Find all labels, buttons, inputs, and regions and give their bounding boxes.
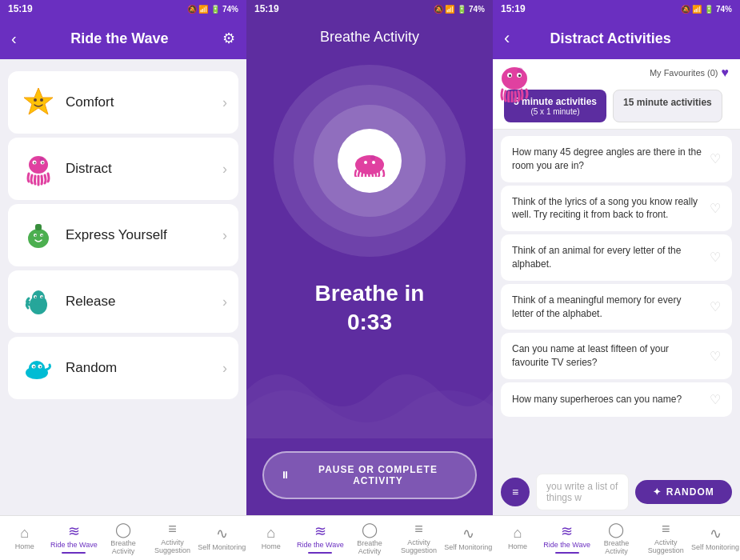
random-button[interactable]: ✦ RANDOM bbox=[635, 480, 733, 504]
self-icon-1: ∿ bbox=[216, 525, 228, 542]
activity-icon-2: ≡ bbox=[414, 521, 423, 538]
ride-label-3: Ride the Wave bbox=[543, 542, 590, 550]
activity-label-2: Activity Suggestion bbox=[394, 539, 444, 555]
self-icon-2: ∿ bbox=[462, 525, 474, 542]
activity-item-4[interactable]: Can you name at least fifteen of your fa… bbox=[501, 333, 732, 379]
breathe-icon-1: ◯ bbox=[115, 521, 131, 538]
favourites-heart-icon[interactable]: ♥ bbox=[722, 66, 730, 80]
svg-point-30 bbox=[372, 161, 375, 164]
panel1-header: ‹ Ride the Wave ⚙ bbox=[0, 18, 246, 59]
settings-icon[interactable]: ⚙ bbox=[222, 30, 235, 47]
nav-breathe-2[interactable]: ◯ Breathe Activity bbox=[345, 516, 394, 560]
nav-home-3[interactable]: ⌂ Home bbox=[493, 516, 542, 560]
nav-self-3[interactable]: ∿ Self Monitoring bbox=[690, 516, 740, 560]
nav-activity-1[interactable]: ≡ Activity Suggestion bbox=[148, 516, 198, 560]
nav-self-1[interactable]: ∿ Self Monitoring bbox=[197, 516, 246, 560]
nav-home-2[interactable]: ⌂ Home bbox=[246, 516, 296, 560]
home-label-3: Home bbox=[508, 543, 527, 551]
menu-item-release[interactable]: Release › bbox=[8, 270, 238, 333]
activity-heart-2[interactable]: ♡ bbox=[710, 250, 721, 265]
svg-point-27 bbox=[40, 366, 42, 368]
breathe-label-1: Breathe Activity bbox=[98, 540, 148, 556]
release-emoji bbox=[19, 282, 58, 321]
home-icon-2: ⌂ bbox=[266, 525, 275, 542]
activity-item-2[interactable]: Think of an animal for every letter of t… bbox=[501, 234, 732, 281]
breathe-nav-label-2: Breathe Activity bbox=[345, 540, 394, 556]
distract-octopus-icon bbox=[494, 62, 534, 102]
nav-underline-2 bbox=[308, 552, 332, 554]
svg-point-29 bbox=[364, 161, 367, 164]
nav-self-2[interactable]: ∿ Self Monitoring bbox=[443, 516, 493, 560]
menu-item-distract[interactable]: Distract › bbox=[8, 138, 238, 200]
menu-item-random[interactable]: Random › bbox=[8, 337, 238, 399]
activity-heart-0[interactable]: ♡ bbox=[710, 151, 721, 166]
nav-ride-3[interactable]: ≋ Ride the Wave bbox=[542, 516, 592, 560]
breathe-nav-label-3: Breathe Activity bbox=[592, 540, 642, 556]
svg-point-14 bbox=[42, 235, 43, 237]
svg-point-37 bbox=[518, 68, 523, 74]
activity-heart-1[interactable]: ♡ bbox=[710, 201, 721, 216]
breathe-circles bbox=[274, 65, 466, 257]
time-2: 15:19 bbox=[254, 3, 279, 14]
activity-label-3: Activity Suggestion bbox=[641, 539, 690, 555]
svg-point-21 bbox=[42, 297, 43, 298]
self-label-1: Self Monitoring bbox=[198, 544, 246, 552]
svg-point-8 bbox=[40, 158, 44, 162]
panel-breathe: 15:19 🔕 📶 🔋 74% Breathe Activity bbox=[246, 0, 493, 560]
back-icon-3[interactable]: ‹ bbox=[504, 28, 510, 49]
svg-point-13 bbox=[35, 235, 37, 237]
release-arrow: › bbox=[222, 294, 227, 310]
home-label-2: Home bbox=[262, 543, 281, 551]
panel1-bottom-nav: ⌂ Home ≋ Ride the Wave ◯ Breathe Activit… bbox=[0, 515, 246, 560]
menu-list: Comfort › bbox=[0, 59, 246, 515]
breathe-timer: 0:33 bbox=[347, 310, 392, 335]
menu-item-comfort[interactable]: Comfort › bbox=[8, 71, 238, 134]
activity-icon-1: ≡ bbox=[168, 521, 177, 538]
nav-home-1[interactable]: ⌂ Home bbox=[0, 516, 50, 560]
nav-activity-2[interactable]: ≡ Activity Suggestion bbox=[394, 516, 444, 560]
activity-heart-3[interactable]: ♡ bbox=[710, 299, 721, 314]
activity-item-3[interactable]: Think of a meaningful memory for every l… bbox=[501, 284, 732, 330]
status-icons-1: 🔕 📶 🔋 74% bbox=[187, 5, 238, 14]
svg-point-31 bbox=[370, 155, 375, 160]
ride-icon-3: ≋ bbox=[561, 522, 573, 540]
pause-icon: ⏸ bbox=[280, 470, 290, 481]
svg-point-2 bbox=[40, 98, 43, 102]
status-bar-2: 15:19 🔕 📶 🔋 74% bbox=[246, 0, 493, 18]
nav-breathe-3[interactable]: ◯ Breathe Activity bbox=[592, 516, 642, 560]
back-icon-1[interactable]: ‹ bbox=[11, 30, 17, 48]
nav-ride-1[interactable]: ≋ Ride the Wave bbox=[50, 516, 99, 560]
activity-heart-4[interactable]: ♡ bbox=[710, 349, 721, 364]
activity-item-5[interactable]: How many superheroes can you name? ♡ bbox=[501, 382, 732, 417]
random-label: Random bbox=[66, 360, 222, 376]
ride-label-2: Ride the Wave bbox=[297, 542, 344, 550]
nav-ride-2[interactable]: ≋ Ride the Wave bbox=[296, 516, 346, 560]
tab-15min[interactable]: 15 minute activities bbox=[613, 90, 722, 122]
activity-heart-5[interactable]: ♡ bbox=[710, 392, 721, 407]
status-icons-2: 🔕 📶 🔋 74% bbox=[434, 5, 485, 14]
nav-breathe-1[interactable]: ◯ Breathe Activity bbox=[98, 516, 148, 560]
activity-label-1: Activity Suggestion bbox=[148, 539, 198, 555]
status-bar-3: 15:19 🔕 📶 🔋 74% bbox=[493, 0, 740, 18]
activity-text-2: Think of an animal for every letter of t… bbox=[512, 244, 703, 271]
svg-point-20 bbox=[35, 297, 37, 298]
svg-point-36 bbox=[518, 74, 521, 77]
partial-activity-text: you write a list of things w bbox=[536, 474, 629, 510]
nav-underline-3 bbox=[555, 552, 579, 554]
pause-complete-button[interactable]: ⏸ PAUSE OR COMPLETE ACTIVITY bbox=[262, 451, 477, 499]
nav-activity-3[interactable]: ≡ Activity Suggestion bbox=[641, 516, 690, 560]
panel-ride-the-wave: 15:19 🔕 📶 🔋 74% ‹ Ride the Wave ⚙ Comfor… bbox=[0, 0, 246, 560]
activity-item-1[interactable]: Think of the lyrics of a song you know r… bbox=[501, 186, 732, 232]
home-icon-3: ⌂ bbox=[513, 525, 522, 542]
list-button[interactable]: ≡ bbox=[501, 478, 530, 506]
svg-point-3 bbox=[29, 156, 48, 174]
time-1: 15:19 bbox=[8, 3, 33, 14]
breathe-nav-icon-3: ◯ bbox=[608, 521, 624, 538]
svg-point-1 bbox=[34, 98, 37, 102]
random-bar: ≡ you write a list of things w ✦ RANDOM bbox=[493, 469, 740, 515]
activity-text-3: Think of a meaningful memory for every l… bbox=[512, 294, 703, 321]
menu-item-express[interactable]: Express Yourself › bbox=[8, 204, 238, 266]
svg-point-23 bbox=[29, 361, 45, 375]
panel1-title: Ride the Wave bbox=[70, 30, 168, 47]
activity-item-0[interactable]: How many 45 degree angles are there in t… bbox=[501, 136, 732, 182]
